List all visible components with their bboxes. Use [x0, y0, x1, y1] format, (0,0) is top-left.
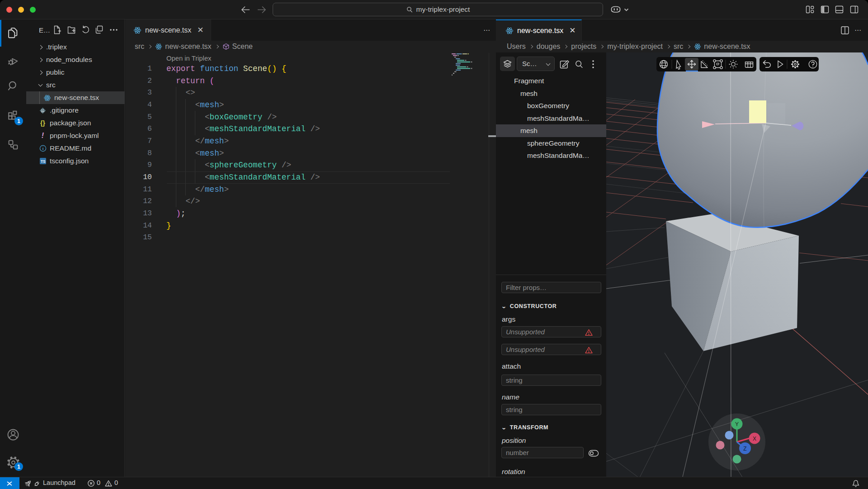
svg-text:Y: Y	[735, 421, 739, 427]
svg-text:Z: Z	[743, 446, 746, 452]
svg-text:X: X	[753, 436, 756, 442]
svg-text:TS: TS	[40, 160, 45, 164]
